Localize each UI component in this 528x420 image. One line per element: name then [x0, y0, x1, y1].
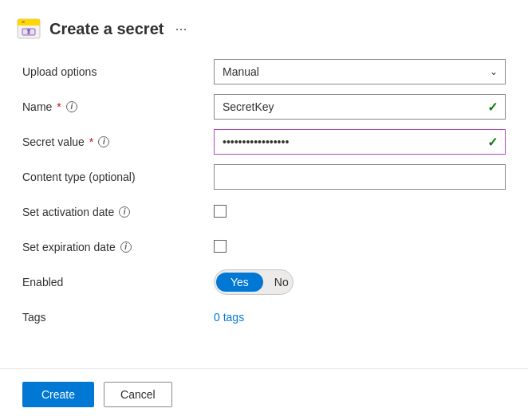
activation-date-label: Set activation date i	[22, 206, 214, 218]
name-input[interactable]	[214, 94, 506, 120]
secret-value-label: Secret value * i	[22, 135, 214, 148]
upload-options-select-wrapper: Manual Certificate ⌄	[214, 59, 506, 84]
content-type-row: Content type (optional)	[22, 159, 506, 194]
page-title: Create a secret	[49, 20, 164, 38]
expiration-date-checkbox[interactable]	[214, 240, 227, 253]
name-input-wrapper: ✓	[214, 94, 506, 120]
upload-options-row: Upload options Manual Certificate ⌄	[22, 54, 506, 89]
svg-rect-6	[27, 33, 30, 34]
upload-options-label: Upload options	[22, 65, 214, 78]
expiration-info-icon[interactable]: i	[120, 241, 132, 253]
secret-check-icon: ✓	[487, 135, 498, 150]
enabled-no-button[interactable]: No	[263, 273, 300, 292]
activation-date-row: Set activation date i	[22, 194, 506, 230]
create-button[interactable]: Create	[22, 382, 94, 407]
content-type-input[interactable]	[214, 164, 506, 190]
name-info-icon[interactable]: i	[66, 101, 77, 112]
secret-value-control: ✓	[214, 129, 506, 155]
name-check-icon: ✓	[487, 100, 498, 115]
name-label: Name * i	[22, 100, 214, 113]
upload-options-control: Manual Certificate ⌄	[214, 59, 506, 84]
tags-control: 0 tags	[214, 311, 506, 324]
svg-rect-7	[22, 21, 25, 23]
enabled-yes-button[interactable]: Yes	[216, 273, 263, 292]
expiration-date-label: Set expiration date i	[22, 241, 214, 253]
activation-info-icon[interactable]: i	[119, 206, 130, 218]
tags-link[interactable]: 0 tags	[214, 311, 244, 324]
content-type-label: Content type (optional)	[22, 171, 214, 183]
secret-value-input[interactable]	[214, 129, 506, 155]
enabled-control: Yes No	[214, 269, 506, 295]
cancel-button[interactable]: Cancel	[104, 382, 172, 407]
enabled-row: Enabled Yes No	[22, 265, 506, 300]
expiration-date-control	[214, 240, 506, 255]
svg-rect-2	[18, 24, 40, 26]
activation-date-checkbox[interactable]	[214, 205, 227, 218]
tags-row: Tags 0 tags	[22, 300, 506, 335]
secret-required-star: *	[89, 135, 93, 148]
activation-date-control	[214, 205, 506, 220]
tags-label: Tags	[22, 311, 214, 324]
key-vault-icon	[16, 16, 41, 41]
name-row: Name * i ✓	[22, 89, 506, 124]
secret-value-row: Secret value * i ✓	[22, 124, 506, 159]
name-control: ✓	[214, 94, 506, 120]
expiration-date-row: Set expiration date i	[22, 230, 506, 265]
enabled-toggle[interactable]: Yes No	[214, 269, 294, 295]
footer: Create Cancel	[0, 369, 528, 420]
enabled-label: Enabled	[22, 276, 214, 289]
content-type-control	[214, 164, 506, 190]
secret-input-wrapper: ✓	[214, 129, 506, 155]
upload-options-select[interactable]: Manual Certificate	[214, 59, 506, 84]
name-required-star: *	[57, 100, 61, 113]
more-options-icon[interactable]: ···	[175, 21, 187, 37]
secret-info-icon[interactable]: i	[98, 136, 109, 147]
